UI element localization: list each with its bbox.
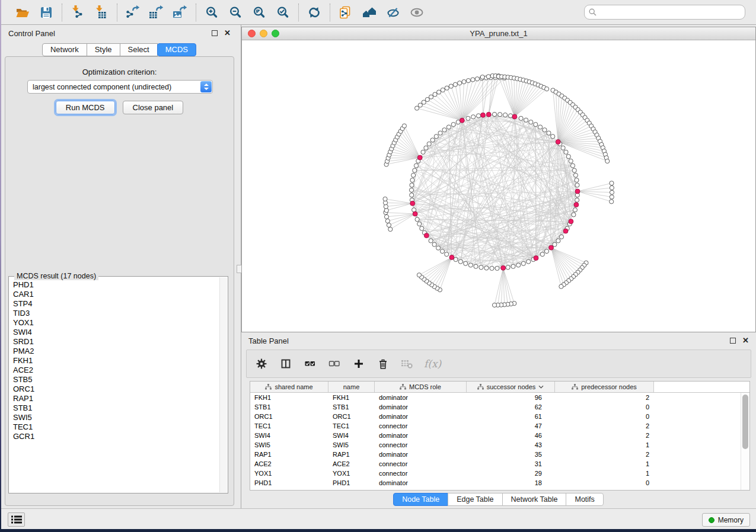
mcds-result-item[interactable]: STP4 (9, 299, 219, 309)
network-node[interactable] (471, 115, 476, 119)
network-node[interactable] (471, 78, 475, 82)
deselect-all-button[interactable] (327, 356, 342, 371)
mcds-node[interactable] (481, 113, 486, 117)
tab-network-table[interactable]: Network Table (502, 493, 567, 506)
network-node[interactable] (540, 252, 544, 257)
network-node[interactable] (414, 164, 418, 168)
network-node[interactable] (387, 223, 391, 227)
export-network-button[interactable] (124, 4, 142, 21)
network-node[interactable] (438, 131, 442, 135)
save-session-button[interactable] (37, 4, 55, 21)
network-node[interactable] (429, 95, 433, 99)
table-scrollbar-thumb[interactable] (742, 395, 748, 449)
mcds-node[interactable] (574, 203, 579, 207)
network-node[interactable] (545, 87, 549, 91)
table-row[interactable]: SWI5SWI5connector431 (250, 440, 749, 450)
window-close-light[interactable] (248, 30, 256, 37)
network-node[interactable] (547, 131, 551, 135)
network-node[interactable] (429, 239, 433, 243)
network-node[interactable] (490, 266, 494, 270)
close-panel-button[interactable]: Close panel (123, 101, 184, 114)
network-node[interactable] (466, 116, 470, 120)
network-node[interactable] (409, 188, 413, 192)
mcds-result-item[interactable]: PHD1 (9, 280, 219, 290)
table-row[interactable]: SWI4SWI4dominator462 (250, 431, 749, 440)
tab-style[interactable]: Style (87, 43, 120, 56)
network-node[interactable] (413, 168, 417, 172)
mcds-result-item[interactable]: CAR1 (9, 290, 219, 299)
network-node[interactable] (524, 118, 528, 122)
new-network-from-selection-button[interactable] (337, 4, 355, 21)
network-node[interactable] (458, 81, 462, 85)
network-node[interactable] (434, 134, 438, 139)
automation-panel-button[interactable] (8, 512, 25, 527)
mcds-node[interactable] (512, 114, 517, 119)
network-node[interactable] (610, 185, 614, 190)
table-scrollbar-track[interactable] (741, 393, 749, 490)
mcds-node[interactable] (460, 118, 464, 123)
mcds-node[interactable] (424, 233, 429, 238)
show-all-button[interactable] (408, 4, 426, 21)
window-zoom-light[interactable] (272, 30, 279, 37)
network-node[interactable] (519, 116, 523, 120)
mcds-node[interactable] (575, 189, 580, 194)
network-node[interactable] (442, 128, 446, 132)
network-node[interactable] (573, 208, 577, 212)
network-node[interactable] (420, 226, 424, 230)
table-row[interactable]: RAP1RAP1dominator352 (250, 450, 749, 459)
mcds-result-item[interactable]: SWI5 (9, 413, 219, 422)
search-input[interactable] (599, 8, 741, 17)
zoom-fit-button[interactable] (250, 4, 268, 21)
tab-motifs[interactable]: Motifs (566, 493, 603, 506)
network-node[interactable] (516, 263, 521, 267)
network-node[interactable] (436, 246, 441, 250)
mcds-result-item[interactable]: TEC1 (9, 422, 219, 432)
network-node[interactable] (424, 146, 428, 150)
network-node[interactable] (556, 239, 560, 243)
mcds-result-item[interactable]: FKH1 (9, 356, 219, 366)
tab-edge-table[interactable]: Edge Table (448, 493, 502, 506)
memory-button[interactable]: Memory (702, 513, 750, 527)
network-node[interactable] (506, 265, 510, 270)
zoom-out-button[interactable] (227, 4, 244, 21)
table-row[interactable]: ACE2ACE2connector311 (250, 459, 749, 469)
network-node[interactable] (561, 146, 565, 150)
select-all-button[interactable] (302, 356, 318, 371)
mcds-result-item[interactable]: ACE2 (9, 366, 219, 375)
open-file-button[interactable] (14, 4, 31, 21)
network-node[interactable] (575, 178, 579, 182)
hide-selected-button[interactable] (384, 4, 402, 21)
network-node[interactable] (451, 123, 455, 127)
function-builder-button[interactable]: f(x) (424, 358, 441, 370)
export-table-button[interactable] (148, 4, 165, 21)
mcds-result-item[interactable]: PMA2 (9, 347, 219, 356)
network-node[interactable] (508, 114, 512, 118)
mcds-node[interactable] (486, 112, 491, 117)
export-image-button[interactable] (171, 4, 189, 21)
refresh-layout-button[interactable] (305, 4, 323, 21)
network-node[interactable] (610, 190, 614, 194)
column-header-predecessor-nodes[interactable]: predecessor nodes (555, 382, 654, 392)
zoom-selected-button[interactable] (274, 4, 292, 21)
optimization-criterion-select[interactable]: largest connected component (undirected) (27, 80, 213, 94)
network-graph[interactable] (242, 40, 755, 332)
network-node[interactable] (462, 79, 466, 84)
network-node[interactable] (415, 217, 419, 222)
mcds-result-item[interactable]: GCR1 (9, 432, 219, 441)
network-node[interactable] (495, 266, 499, 270)
network-node[interactable] (449, 84, 453, 88)
network-canvas[interactable] (242, 40, 755, 332)
network-node[interactable] (410, 178, 414, 182)
network-node[interactable] (441, 88, 445, 92)
network-node[interactable] (566, 155, 570, 159)
mcds-node[interactable] (556, 139, 560, 144)
network-node[interactable] (527, 259, 531, 264)
float-table-panel-icon[interactable] (730, 338, 736, 344)
table-row[interactable]: TEC1TEC1connector472 (250, 421, 749, 431)
network-node[interactable] (484, 266, 489, 270)
network-node[interactable] (388, 227, 393, 231)
network-node[interactable] (458, 259, 462, 264)
network-node[interactable] (543, 128, 547, 132)
network-node[interactable] (468, 263, 473, 267)
table-row[interactable]: YOX1YOX1connector291 (250, 469, 749, 478)
